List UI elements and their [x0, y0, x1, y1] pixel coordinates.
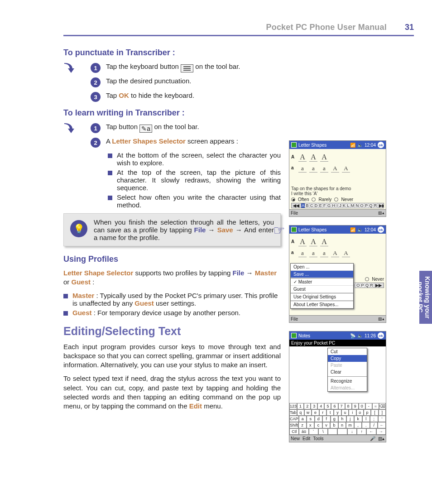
ok-button[interactable]: ok: [378, 332, 384, 339]
key[interactable]: CAP: [289, 416, 299, 422]
menu-alternates[interactable]: Alternates...: [328, 384, 367, 391]
key[interactable]: ↑: [357, 428, 366, 435]
key[interactable]: ,: [354, 422, 362, 428]
menu-master[interactable]: Master: [291, 278, 353, 286]
key[interactable]: 123: [289, 403, 297, 409]
glyph[interactable]: a: [298, 247, 307, 257]
glyph[interactable]: A: [320, 152, 328, 162]
key[interactable]: u: [341, 409, 349, 416]
menu-about[interactable]: About Letter Shapes...: [291, 301, 353, 308]
menu-paste[interactable]: Paste: [328, 362, 367, 369]
soft-keyboard[interactable]: 1231234567890-=⌫ Tabqwertyuiop[] CAPasdf…: [289, 403, 386, 435]
key[interactable]: t: [326, 409, 334, 416]
edit-menu[interactable]: Edit: [302, 436, 310, 441]
key[interactable]: =: [372, 403, 379, 409]
key[interactable]: j: [346, 416, 355, 422]
key[interactable]: 5: [324, 403, 331, 409]
key[interactable]: Ctl: [289, 428, 299, 435]
key[interactable]: 9: [352, 403, 359, 409]
key[interactable]: v: [322, 422, 331, 428]
key[interactable]: q: [297, 409, 304, 416]
key[interactable]: k: [354, 416, 362, 422]
key[interactable]: 2: [304, 403, 311, 409]
key[interactable]: e: [312, 409, 319, 416]
key[interactable]: [: [371, 409, 378, 416]
glyph[interactable]: A: [320, 236, 328, 246]
alphabet-selector[interactable]: ◀◀ABCDEFGHIJKLMNOPQR▶▶: [291, 203, 384, 208]
key[interactable]: Shift: [289, 422, 298, 428]
key[interactable]: ;: [370, 416, 378, 422]
key[interactable]: m: [346, 422, 354, 428]
key[interactable]: 6: [331, 403, 338, 409]
start-icon[interactable]: [291, 227, 297, 232]
glyph[interactable]: A: [342, 163, 350, 173]
key[interactable]: /: [370, 422, 378, 428]
key[interactable]: ': [378, 416, 386, 422]
glyph[interactable]: A: [309, 152, 317, 162]
key[interactable]: [328, 428, 337, 435]
key[interactable]: 4: [317, 403, 324, 409]
radio-never[interactable]: [365, 277, 369, 281]
selected-text[interactable]: Enjoy your Pocket PC: [289, 340, 386, 346]
key[interactable]: ]: [379, 409, 386, 416]
key[interactable]: 8: [345, 403, 352, 409]
key[interactable]: s: [307, 416, 315, 422]
key[interactable]: g: [331, 416, 339, 422]
glyph[interactable]: A: [309, 236, 317, 246]
ok-button[interactable]: ok: [378, 142, 384, 148]
menu-copy[interactable]: Copy: [328, 355, 367, 362]
key[interactable]: x: [307, 422, 315, 428]
radio-never[interactable]: [334, 197, 338, 202]
menu-use-original[interactable]: Use Original Settings: [291, 293, 353, 301]
key[interactable]: y: [334, 409, 341, 416]
key[interactable]: a: [299, 416, 307, 422]
menu-recognize[interactable]: Recognize: [328, 378, 367, 384]
ok-button[interactable]: ok: [378, 226, 384, 233]
start-icon[interactable]: [291, 333, 297, 338]
key[interactable]: c: [314, 422, 322, 428]
key[interactable]: 1: [297, 403, 304, 409]
glyph[interactable]: a: [309, 247, 317, 257]
key[interactable]: Tab: [289, 409, 297, 416]
glyph[interactable]: A: [298, 236, 307, 246]
key[interactable]: ←: [366, 428, 376, 435]
radio-often[interactable]: [291, 197, 295, 202]
key[interactable]: i: [349, 409, 356, 416]
glyph[interactable]: a: [320, 247, 328, 257]
key[interactable]: ⌫: [379, 403, 386, 409]
key[interactable]: 3: [311, 403, 317, 409]
start-icon[interactable]: [291, 142, 297, 148]
tools-menu[interactable]: Tools: [313, 436, 323, 441]
key[interactable]: \: [318, 428, 328, 435]
new-menu[interactable]: New: [291, 436, 300, 441]
menu-guest[interactable]: Guest: [291, 286, 353, 293]
key[interactable]: ↓: [347, 428, 357, 435]
glyph[interactable]: A: [331, 163, 339, 173]
sip-icon[interactable]: ▧▴: [378, 317, 384, 322]
glyph[interactable]: a: [309, 163, 317, 173]
key[interactable]: `: [309, 428, 318, 435]
file-menu[interactable]: File: [291, 317, 298, 322]
radio-rarely[interactable]: [312, 197, 316, 202]
key[interactable]: .: [362, 422, 370, 428]
key[interactable]: r: [319, 409, 326, 416]
menu-clear[interactable]: Clear: [328, 369, 367, 375]
menu-cut[interactable]: Cut: [328, 348, 367, 355]
key[interactable]: -: [365, 403, 372, 409]
key[interactable]: z: [298, 422, 307, 428]
glyph[interactable]: a: [320, 163, 328, 173]
record-icon[interactable]: 🎤: [370, 436, 375, 441]
key[interactable]: w: [304, 409, 312, 416]
key[interactable]: f: [322, 416, 331, 422]
glyph[interactable]: A: [331, 247, 339, 257]
key[interactable]: →: [376, 428, 386, 435]
sip-icon[interactable]: ▧▴: [378, 436, 384, 441]
key[interactable]: p: [364, 409, 371, 416]
file-menu[interactable]: File: [291, 211, 298, 216]
sip-icon[interactable]: ▧▴: [378, 211, 384, 216]
key[interactable]: áü: [299, 428, 308, 435]
menu-save[interactable]: Save ...: [291, 271, 353, 278]
key[interactable]: d: [315, 416, 323, 422]
key[interactable]: l: [362, 416, 370, 422]
key[interactable]: b: [330, 422, 338, 428]
